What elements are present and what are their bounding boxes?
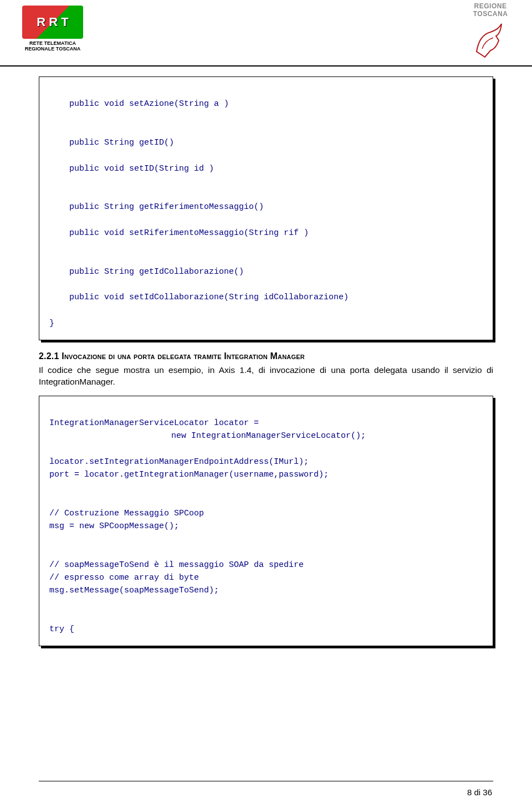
logo-left: R R T RETE TELEMATICA REGIONALE TOSCANA <box>11 6 94 52</box>
footer-rule <box>39 781 493 781</box>
logo-right: REGIONE TOSCANA <box>460 3 521 63</box>
code-line: public void setRiferimentoMessaggio(Stri… <box>49 227 483 239</box>
regione-line2: TOSCANA <box>460 11 521 17</box>
regione-line1: REGIONE <box>460 3 521 9</box>
section-paragraph: Il codice che segue mostra un esempio, i… <box>39 365 493 388</box>
rrt-logo-icon: R R T <box>22 6 83 39</box>
code-line: new IntegrationManagerServiceLocator(); <box>49 429 483 442</box>
page-content: public void setAzione(String a ) public … <box>0 71 532 646</box>
rrt-caption-line2: REGIONALE TOSCANA <box>11 47 94 52</box>
code-line: public String getID() <box>49 136 483 149</box>
code-line: try { <box>49 625 74 634</box>
section-title-text: Invocazione di una porta delegata tramit… <box>62 351 305 361</box>
code-box-1: public void setAzione(String a ) public … <box>39 76 493 340</box>
code-line: // espresso come array di byte <box>49 573 199 582</box>
page-header: R R T RETE TELEMATICA REGIONALE TOSCANA … <box>0 0 532 67</box>
code-line: public void setID(String id ) <box>49 162 483 175</box>
pegasus-emblem-icon <box>468 18 513 63</box>
code-line: IntegrationManagerServiceLocator locator… <box>49 418 259 428</box>
code-line: msg = new SPCoopMessage(); <box>49 521 179 531</box>
section-heading: 2.2.1 Invocazione di una porta delegata … <box>39 351 493 361</box>
code-line: public void setIdCollaborazione(String i… <box>49 291 483 304</box>
page-number: 8 di 36 <box>467 787 492 797</box>
code-line: public String getRiferimentoMessaggio() <box>49 201 483 213</box>
code-line: msg.setMessage(soapMessageToSend); <box>49 586 219 595</box>
code-line: } <box>49 317 483 330</box>
code-line: // Costruzione Messaggio SPCoop <box>49 509 204 518</box>
code-line: public String getIdCollaborazione() <box>49 265 483 278</box>
code-line: // soapMessageToSend è il messaggio SOAP… <box>49 560 304 570</box>
code-box-2: IntegrationManagerServiceLocator locator… <box>39 396 493 647</box>
code-line: locator.setIntegrationManagerEndpointAdd… <box>49 457 309 467</box>
code-line: port = locator.getIntegrationManager(use… <box>49 470 329 479</box>
section-number: 2.2.1 <box>39 351 62 361</box>
code-line: public void setAzione(String a ) <box>49 98 483 110</box>
